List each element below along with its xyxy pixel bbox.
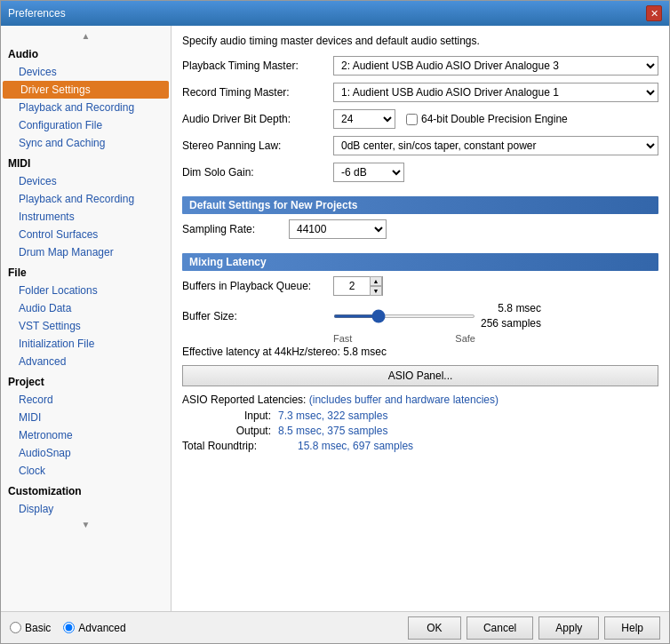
- record-timing-master-control: 1: Audient USB Audio ASIO Driver Analogu…: [333, 83, 658, 102]
- sidebar-item-vst-settings[interactable]: VST Settings: [1, 317, 171, 335]
- sidebar-item-audio-data[interactable]: Audio Data: [1, 299, 171, 317]
- title-bar: Preferences ✕: [1, 1, 669, 26]
- sidebar-item-clock[interactable]: Clock: [1, 462, 171, 480]
- content-area: ▲ Audio Devices Driver Settings Playback…: [1, 26, 669, 611]
- basic-radio[interactable]: [10, 622, 21, 633]
- dim-solo-select[interactable]: -6 dB -12 dB -18 dB -24 dB: [333, 163, 404, 182]
- asio-panel-button[interactable]: ASIO Panel...: [182, 365, 658, 386]
- sidebar-scroll-down[interactable]: ▼: [1, 518, 171, 531]
- sidebar-item-drum-map[interactable]: Drum Map Manager: [1, 243, 171, 261]
- main-panel: Specify audio timing master devices and …: [171, 26, 669, 611]
- sidebar-item-control-surfaces[interactable]: Control Surfaces: [1, 226, 171, 243]
- safe-label: Safe: [455, 333, 475, 344]
- record-timing-master-row: Record Timing Master: 1: Audient USB Aud…: [182, 83, 658, 102]
- asio-reported-link[interactable]: (includes buffer and hardware latencies): [309, 394, 499, 406]
- sidebar-item-midi-playback[interactable]: Playback and Recording: [1, 190, 171, 208]
- sidebar: ▲ Audio Devices Driver Settings Playback…: [1, 26, 171, 611]
- sidebar-item-playback-recording[interactable]: Playback and Recording: [1, 99, 171, 116]
- sidebar-item-midi-devices[interactable]: Devices: [1, 172, 171, 190]
- spinbox-buttons: ▲ ▼: [370, 276, 382, 296]
- sidebar-item-folder-locations[interactable]: Folder Locations: [1, 282, 171, 299]
- sidebar-section-midi: MIDI: [1, 152, 171, 172]
- precision-label: 64-bit Double Precision Engine: [421, 113, 568, 125]
- apply-button[interactable]: Apply: [538, 616, 599, 640]
- spinbox-down[interactable]: ▼: [370, 286, 382, 296]
- sidebar-scroll-up[interactable]: ▲: [1, 29, 171, 43]
- buffer-size-label: Buffer Size:: [182, 310, 333, 322]
- sidebar-item-configuration-file[interactable]: Configuration File: [1, 116, 171, 134]
- advanced-radio[interactable]: [63, 622, 75, 633]
- panel-header: Specify audio timing master devices and …: [182, 35, 658, 47]
- bit-depth-row: Audio Driver Bit Depth: 24 16 32 64-bit …: [182, 109, 658, 129]
- slider-container: 5.8 msec 256 samples: [333, 301, 658, 331]
- panning-law-label: Stereo Panning Law:: [182, 139, 333, 152]
- record-timing-master-select[interactable]: 1: Audient USB Audio ASIO Driver Analogu…: [333, 83, 658, 102]
- default-settings-header: Default Settings for New Projects: [182, 196, 658, 214]
- sidebar-section-file: File: [1, 261, 171, 282]
- bit-depth-label: Audio Driver Bit Depth:: [182, 113, 333, 125]
- asio-input-label: Input:: [218, 409, 271, 422]
- mode-radio-group: Basic Advanced: [10, 622, 126, 634]
- panning-law-control: 0dB center, sin/cos taper, constant powe…: [333, 136, 658, 155]
- sidebar-section-project: Project: [1, 370, 171, 391]
- playback-timing-master-control: 2: Audient USB Audio ASIO Driver Analogu…: [333, 56, 658, 76]
- playback-timing-master-select[interactable]: 2: Audient USB Audio ASIO Driver Analogu…: [333, 56, 658, 76]
- precision-checkbox-label[interactable]: 64-bit Double Precision Engine: [406, 113, 568, 125]
- buffer-size-row: Buffer Size: 5.8 msec 256 samples: [182, 301, 658, 331]
- panning-law-row: Stereo Panning Law: 0dB center, sin/cos …: [182, 136, 658, 155]
- sidebar-item-initialization-file[interactable]: Initialization File: [1, 335, 171, 353]
- buffers-queue-input[interactable]: [334, 277, 370, 295]
- sidebar-item-audiosnap[interactable]: AudioSnap: [1, 444, 171, 462]
- buffer-samples: 256 samples: [481, 316, 541, 331]
- close-button[interactable]: ✕: [646, 5, 662, 21]
- sidebar-item-midi[interactable]: MIDI: [1, 409, 171, 426]
- help-button[interactable]: Help: [604, 616, 660, 640]
- fast-label: Fast: [333, 333, 352, 344]
- sidebar-item-audio-devices[interactable]: Devices: [1, 63, 171, 81]
- sidebar-item-driver-settings[interactable]: Driver Settings: [3, 81, 169, 99]
- asio-output-label: Output:: [218, 425, 271, 437]
- spinbox-up[interactable]: ▲: [370, 276, 382, 286]
- advanced-radio-label[interactable]: Advanced: [63, 622, 125, 634]
- sidebar-item-record[interactable]: Record: [1, 391, 171, 409]
- total-roundtrip-value: 15.8 msec, 697 samples: [298, 440, 413, 452]
- asio-output-value: 8.5 msec, 375 samples: [278, 425, 387, 437]
- dim-solo-row: Dim Solo Gain: -6 dB -12 dB -18 dB -24 d…: [182, 163, 658, 182]
- buffers-queue-spinbox: ▲ ▼: [333, 276, 383, 296]
- asio-reported-header: ASIO Reported Latencies: (includes buffe…: [182, 394, 658, 406]
- asio-output-row: Output: 8.5 msec, 375 samples: [182, 425, 658, 437]
- record-timing-master-label: Record Timing Master:: [182, 86, 333, 99]
- total-roundtrip-label: Total Roundtrip:: [182, 440, 298, 452]
- effective-latency-text: Effective latency at 44kHz/stereo: 5.8 m…: [182, 346, 658, 358]
- sidebar-item-instruments[interactable]: Instruments: [1, 208, 171, 226]
- sidebar-section-audio: Audio: [1, 43, 171, 63]
- panning-law-select[interactable]: 0dB center, sin/cos taper, constant powe…: [333, 136, 658, 155]
- dialog-buttons: OK Cancel Apply Help: [408, 616, 660, 640]
- precision-checkbox[interactable]: [406, 114, 418, 125]
- sidebar-item-file-advanced[interactable]: Advanced: [1, 353, 171, 370]
- sampling-rate-label: Sampling Rate:: [182, 223, 289, 235]
- buffer-info: 5.8 msec 256 samples: [481, 301, 541, 331]
- sidebar-item-sync-caching[interactable]: Sync and Caching: [1, 134, 171, 152]
- bit-depth-controls: 24 16 32 64-bit Double Precision Engine: [333, 109, 568, 129]
- sampling-rate-select[interactable]: 44100 22050 48000 88200 96000 192000: [289, 219, 387, 239]
- buffers-queue-label: Buffers in Playback Queue:: [182, 280, 333, 292]
- total-roundtrip-row: Total Roundtrip: 15.8 msec, 697 samples: [182, 440, 658, 452]
- sampling-rate-row: Sampling Rate: 44100 22050 48000 88200 9…: [182, 219, 658, 239]
- basic-label: Basic: [25, 622, 51, 634]
- dim-solo-label: Dim Solo Gain:: [182, 166, 333, 179]
- bottom-bar: Basic Advanced OK Cancel Apply Help: [1, 611, 669, 643]
- cancel-button[interactable]: Cancel: [467, 616, 533, 640]
- sidebar-item-display[interactable]: Display: [1, 500, 171, 518]
- playback-timing-master-label: Playback Timing Master:: [182, 60, 333, 72]
- fast-safe-labels: Fast Safe: [333, 333, 475, 344]
- asio-reported-label: ASIO Reported Latencies:: [182, 394, 309, 406]
- basic-radio-label[interactable]: Basic: [10, 622, 51, 634]
- buffer-size-slider[interactable]: [333, 314, 475, 318]
- ok-button[interactable]: OK: [408, 616, 461, 640]
- buffers-queue-row: Buffers in Playback Queue: ▲ ▼: [182, 276, 658, 296]
- bit-depth-select[interactable]: 24 16 32: [333, 109, 395, 129]
- sidebar-item-metronome[interactable]: Metronome: [1, 426, 171, 444]
- advanced-label: Advanced: [78, 622, 125, 634]
- mixing-latency-header: Mixing Latency: [182, 253, 658, 271]
